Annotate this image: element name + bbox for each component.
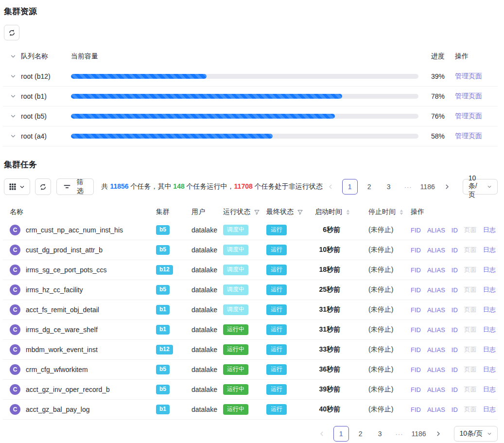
next-page-button[interactable] (439, 179, 455, 195)
start-time-header: 启动时间 (315, 208, 342, 216)
page-button-last[interactable]: 1186 (420, 179, 435, 195)
chevron-down-icon[interactable] (10, 113, 17, 120)
log-link[interactable]: 日志 (483, 305, 496, 314)
log-link[interactable]: 日志 (483, 325, 496, 334)
alias-link[interactable]: ALIAS (427, 386, 445, 393)
table-row: Cacct_gz_bal_pay_log b1 datalake 运行中 运行 … (3, 400, 498, 420)
fid-link[interactable]: FID (411, 306, 421, 314)
page-button-2[interactable]: 2 (353, 426, 368, 442)
log-link[interactable]: 日志 (483, 385, 496, 394)
fid-link[interactable]: FID (411, 406, 421, 413)
fid-link[interactable]: FID (411, 247, 421, 254)
id-link[interactable]: ID (452, 286, 458, 294)
alias-link[interactable]: ALIAS (427, 366, 445, 373)
fid-link[interactable]: FID (411, 386, 421, 393)
id-link[interactable]: ID (452, 306, 458, 314)
avatar: C (10, 364, 20, 375)
tasks-table-header: 名称 集群 用户 运行状态 最终状态 启动时间 停止时间 操作 (3, 204, 498, 220)
non-running-tasks-count: 11708 (234, 182, 253, 190)
prev-page-button[interactable] (314, 426, 330, 442)
alias-link[interactable]: ALIAS (427, 286, 445, 294)
fid-link[interactable]: FID (411, 326, 421, 334)
chevron-down-icon[interactable] (10, 133, 17, 140)
funnel-filter-icon[interactable] (254, 210, 260, 215)
collapse-all-chevron-down-icon[interactable] (10, 53, 17, 60)
page-button-2[interactable]: 2 (362, 179, 377, 195)
id-link[interactable]: ID (452, 406, 458, 413)
id-link[interactable]: ID (452, 366, 458, 373)
refresh-tasks-button[interactable] (35, 178, 51, 195)
progress-bar-fill (71, 114, 335, 119)
alias-link[interactable]: ALIAS (427, 326, 445, 334)
alias-link[interactable]: ALIAS (427, 346, 445, 354)
log-link[interactable]: 日志 (483, 226, 496, 234)
progress-bar (71, 94, 418, 99)
page-size-select[interactable]: 10条/页 (454, 426, 498, 442)
stop-time: (未停止) (363, 325, 411, 334)
page-button-3[interactable]: 3 (372, 426, 388, 442)
log-link[interactable]: 日志 (483, 266, 496, 274)
page-button-last[interactable]: 1186 (411, 426, 427, 442)
chevron-down-icon[interactable] (10, 73, 17, 80)
log-link[interactable]: 日志 (483, 246, 496, 254)
stop-time: (未停止) (363, 385, 411, 394)
log-link[interactable]: 日志 (483, 345, 496, 354)
fid-link[interactable]: FID (411, 366, 421, 373)
final-status-badge: 运行 (266, 284, 287, 295)
sorter-icon[interactable] (400, 210, 403, 215)
fid-link[interactable]: FID (411, 286, 421, 294)
next-page-button[interactable] (431, 426, 446, 442)
page-ellipsis[interactable]: ··· (400, 179, 416, 195)
progress-percent: 76% (424, 112, 445, 120)
task-name: mbdm_work_event_inst (26, 346, 98, 354)
final-status-badge: 运行 (266, 404, 287, 414)
start-time: 10秒前 (315, 246, 363, 254)
id-link[interactable]: ID (452, 326, 458, 334)
fid-link[interactable]: FID (411, 227, 421, 234)
manage-page-link[interactable]: 管理页面 (455, 132, 482, 141)
alias-link[interactable]: ALIAS (427, 266, 445, 274)
log-link[interactable]: 日志 (483, 405, 496, 414)
queue-name: root (a4) (21, 132, 47, 140)
run-status-badge: 调度中 (223, 245, 248, 255)
avatar: C (10, 304, 20, 315)
page-button-1[interactable]: 1 (333, 426, 349, 442)
manage-page-link[interactable]: 管理页面 (455, 72, 482, 81)
id-link[interactable]: ID (452, 227, 458, 234)
refresh-resources-button[interactable] (4, 25, 19, 40)
page-ellipsis[interactable]: ··· (392, 426, 407, 442)
sorter-icon[interactable] (346, 210, 350, 215)
page-link: 页面 (464, 365, 477, 374)
id-link[interactable]: ID (452, 386, 458, 393)
alias-link[interactable]: ALIAS (427, 227, 445, 234)
alias-link[interactable]: ALIAS (427, 306, 445, 314)
fid-link[interactable]: FID (411, 266, 421, 274)
prev-page-button[interactable] (323, 179, 338, 195)
page-button-3[interactable]: 3 (381, 179, 397, 195)
user-header: 用户 (191, 208, 223, 216)
log-link[interactable]: 日志 (483, 285, 496, 294)
page-button-1[interactable]: 1 (342, 179, 358, 195)
run-status-badge: 调度中 (223, 225, 248, 235)
grid-icon (9, 183, 16, 190)
id-link[interactable]: ID (452, 266, 458, 274)
id-link[interactable]: ID (452, 346, 458, 354)
manage-page-link[interactable]: 管理页面 (455, 112, 482, 121)
pagination-top: 1 2 3 ··· 1186 10条/页 (323, 179, 498, 195)
funnel-filter-icon[interactable] (297, 210, 303, 215)
alias-link[interactable]: ALIAS (427, 247, 445, 254)
fid-link[interactable]: FID (411, 346, 421, 354)
chevron-down-icon[interactable] (10, 93, 17, 100)
manage-page-link[interactable]: 管理页面 (455, 92, 482, 101)
avatar: C (10, 225, 20, 235)
start-time: 39秒前 (315, 385, 363, 394)
page-size-select[interactable]: 10条/页 (463, 179, 498, 195)
log-link[interactable]: 日志 (483, 365, 496, 374)
stop-time: (未停止) (363, 345, 411, 354)
id-link[interactable]: ID (452, 247, 458, 254)
alias-link[interactable]: ALIAS (427, 406, 445, 413)
filter-button[interactable]: 筛选 (56, 178, 94, 195)
view-switch-dropdown-button[interactable] (4, 178, 30, 195)
cluster-badge: b5 (156, 285, 170, 294)
user-cell: datalake (191, 306, 223, 314)
